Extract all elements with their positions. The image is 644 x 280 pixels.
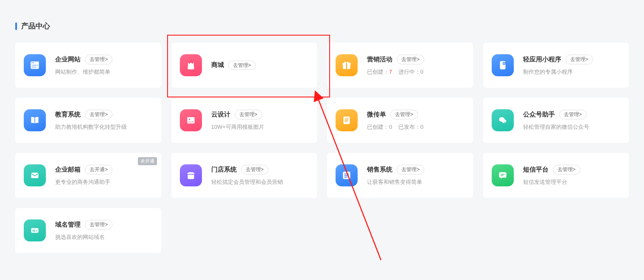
gift-icon	[336, 54, 358, 76]
manage-button[interactable]: 去管理>	[85, 220, 112, 230]
created-label: 已创建：	[367, 124, 389, 130]
card-marketing[interactable]: 营销活动 去管理> 已创建：7 进行中：0	[327, 43, 473, 88]
card-desc: 更专业的商务沟通助手	[55, 179, 153, 186]
svg-text:W.=: W.=	[33, 229, 38, 232]
card-desc: 轻松管理自家的微信公众号	[523, 124, 621, 131]
card-desc: 10W+可商用模板图片	[211, 124, 309, 131]
store-icon	[180, 164, 202, 186]
card-site[interactable]: 企业网站 去管理> 网站制作、维护都简单	[15, 43, 161, 88]
running-label: 进行中：	[398, 69, 420, 75]
created-value: 0	[389, 124, 392, 130]
card-stats: 已创建：0 已发布：0	[367, 124, 465, 131]
card-mail[interactable]: 未开通 企业邮箱 去开通> 更专业的商务沟通助手	[15, 153, 161, 198]
card-desc: 助力教培机构数字化转型升级	[55, 124, 153, 131]
manage-button[interactable]: 去管理>	[85, 55, 112, 64]
svg-rect-23	[344, 175, 349, 176]
card-desc: 轻松搞定会员管理和会员营销	[211, 179, 309, 186]
manage-button[interactable]: 去管理>	[553, 165, 580, 175]
card-miniapp[interactable]: 轻应用小程序 去管理> 制作您的专属小程序	[483, 43, 629, 88]
svg-rect-14	[345, 119, 349, 119]
svg-rect-26	[501, 174, 504, 175]
card-title: 营销活动	[367, 55, 392, 64]
manage-button[interactable]: 去管理>	[397, 55, 424, 64]
card-flyer[interactable]: 微传单 去管理> 已创建：0 已发布：0	[327, 98, 473, 143]
manage-button[interactable]: 去管理>	[397, 165, 424, 175]
svg-rect-25	[499, 172, 506, 177]
manage-button[interactable]: 去管理>	[390, 110, 418, 119]
svg-rect-15	[345, 120, 349, 121]
card-title: 企业邮箱	[55, 166, 81, 174]
svg-rect-27	[501, 175, 503, 176]
running-value: 0	[420, 69, 423, 75]
card-title: 公众号助手	[523, 111, 555, 119]
manage-button[interactable]: 去管理>	[228, 61, 256, 70]
section-bar	[15, 22, 17, 30]
manage-button[interactable]: 去管理>	[559, 110, 587, 119]
not-open-badge: 未开通	[138, 157, 157, 165]
svg-point-10	[502, 62, 505, 65]
svg-rect-20	[31, 173, 38, 178]
card-title: 轻应用小程序	[523, 55, 561, 64]
svg-rect-8	[346, 63, 347, 69]
svg-point-2	[31, 62, 32, 63]
miniapp-icon	[492, 54, 514, 76]
image-icon	[180, 109, 202, 131]
product-grid: 企业网站 去管理> 网站制作、维护都简单 商城 去管理>	[15, 43, 629, 253]
created-value: 7	[389, 69, 392, 75]
card-title: 门店系统	[211, 166, 237, 174]
card-stats: 已创建：7 进行中：0	[367, 69, 465, 76]
card-domain[interactable]: W.= 域名管理 去管理> 挑选喜欢的网站域名	[15, 208, 161, 253]
card-sales[interactable]: 销售系统 去管理> 让获客和销售变得简单	[327, 153, 473, 198]
card-desc: 制作您的专属小程序	[523, 69, 621, 76]
card-title: 域名管理	[55, 221, 81, 229]
manage-button[interactable]: 去管理>	[235, 110, 262, 119]
pub-label: 已发布：	[398, 124, 420, 130]
card-edu[interactable]: 教育系统 去管理> 助力教培机构数字化转型升级	[15, 98, 161, 143]
svg-rect-16	[345, 121, 347, 122]
svg-rect-5	[31, 67, 36, 67]
wechat-icon	[492, 109, 514, 131]
svg-rect-22	[344, 174, 349, 175]
card-title: 销售系统	[367, 166, 392, 174]
card-sms[interactable]: 短信平台 去管理> 短信发送管理平台	[483, 153, 629, 198]
card-desc: 网站制作、维护都简单	[55, 69, 153, 76]
manage-button[interactable]: 去管理>	[566, 55, 593, 64]
created-label: 已创建：	[367, 69, 389, 75]
svg-point-12	[189, 119, 190, 120]
list-icon	[336, 164, 358, 186]
book-icon	[24, 109, 46, 131]
pub-value: 0	[420, 124, 423, 130]
card-mall[interactable]: 商城 去管理>	[171, 43, 317, 88]
card-title: 教育系统	[55, 111, 81, 119]
card-desc: 短信发送管理平台	[523, 179, 621, 186]
svg-rect-24	[344, 177, 348, 177]
flyer-icon	[336, 109, 358, 131]
card-title: 企业网站	[55, 55, 81, 64]
svg-point-3	[33, 62, 34, 63]
window-icon	[24, 54, 46, 76]
card-title: 微传单	[367, 111, 386, 119]
card-store[interactable]: 门店系统 去管理> 轻松搞定会员管理和会员营销	[171, 153, 317, 198]
card-desc: 让获客和销售变得简单	[367, 179, 465, 186]
message-icon	[492, 164, 514, 186]
card-oa[interactable]: 公众号助手 去管理> 轻松管理自家的微信公众号	[483, 98, 629, 143]
card-title: 商城	[211, 61, 224, 69]
manage-button[interactable]: 去管理>	[85, 110, 112, 119]
open-button[interactable]: 去开通>	[85, 165, 112, 175]
svg-rect-4	[31, 65, 38, 66]
card-title: 短信平台	[523, 166, 549, 174]
manage-button[interactable]: 去管理>	[241, 165, 269, 175]
card-desc: 挑选喜欢的网站域名	[55, 234, 153, 241]
card-design[interactable]: 云设计 去管理> 10W+可商用模板图片	[171, 98, 317, 143]
domain-icon: W.=	[24, 219, 46, 241]
mail-icon	[24, 164, 46, 186]
shopping-bag-icon	[180, 54, 202, 76]
section-header: 产品中心	[15, 21, 629, 31]
section-title: 产品中心	[21, 21, 50, 31]
card-title: 云设计	[211, 111, 230, 119]
